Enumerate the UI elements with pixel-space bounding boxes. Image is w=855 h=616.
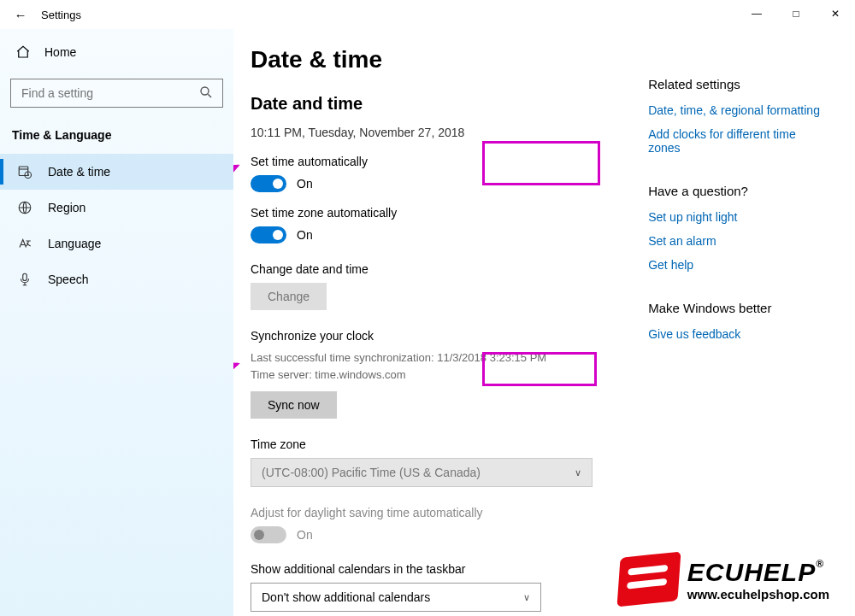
change-button: Change bbox=[251, 283, 327, 310]
timezone-label: Time zone bbox=[251, 437, 597, 451]
svg-line-5 bbox=[233, 166, 238, 200]
maximize-button[interactable]: □ bbox=[776, 0, 816, 27]
link-get-help[interactable]: Get help bbox=[648, 258, 829, 272]
set-time-auto-state: On bbox=[297, 177, 313, 191]
sync-title: Synchronize your clock bbox=[251, 329, 597, 343]
sidebar-item-label: Speech bbox=[48, 273, 88, 286]
set-tz-auto-state: On bbox=[297, 228, 313, 242]
set-tz-auto-toggle[interactable] bbox=[251, 226, 286, 243]
watermark-logo-icon bbox=[616, 552, 681, 607]
setting-sync-clock: Synchronize your clock Last successful t… bbox=[251, 329, 597, 419]
sidebar-home-label: Home bbox=[44, 45, 76, 59]
dst-toggle bbox=[251, 526, 286, 543]
sidebar: Home Time & Language Date & time Region bbox=[0, 29, 233, 616]
page-title: Date & time bbox=[251, 46, 597, 73]
change-date-label: Change date and time bbox=[251, 262, 597, 276]
watermark-url: www.ecuhelpshop.com bbox=[687, 587, 829, 601]
calendar-clock-icon bbox=[17, 164, 36, 179]
dst-state: On bbox=[297, 528, 313, 542]
sync-last: Last successful time synchronization: 11… bbox=[251, 349, 597, 367]
watermark-brand: ECUHELP® bbox=[687, 558, 829, 587]
minimize-button[interactable]: — bbox=[737, 0, 776, 27]
sidebar-item-speech[interactable]: Speech bbox=[0, 261, 233, 297]
right-column: Related settings Date, time, & regional … bbox=[648, 46, 829, 616]
sync-server: Time server: time.windows.com bbox=[251, 367, 597, 384]
title-bar: ← Settings bbox=[0, 0, 855, 29]
set-time-auto-toggle[interactable] bbox=[251, 175, 286, 192]
annotation-arrow-2 bbox=[233, 354, 251, 396]
have-a-question: Have a question? Set up night light Set … bbox=[648, 184, 829, 272]
microphone-icon bbox=[17, 272, 36, 287]
link-set-alarm[interactable]: Set an alarm bbox=[648, 234, 829, 248]
setting-set-time-auto: Set time automatically On bbox=[251, 155, 597, 192]
sidebar-item-date-time[interactable]: Date & time bbox=[0, 154, 233, 190]
sidebar-item-label: Date & time bbox=[48, 165, 110, 179]
sidebar-home[interactable]: Home bbox=[10, 38, 223, 67]
link-feedback[interactable]: Give us feedback bbox=[648, 327, 829, 341]
sidebar-group-header: Time & Language bbox=[10, 123, 223, 154]
search-box[interactable] bbox=[10, 79, 223, 108]
watermark: ECUHELP® www.ecuhelpshop.com bbox=[619, 554, 829, 604]
make-windows-better: Make Windows better Give us feedback bbox=[648, 301, 829, 341]
link-regional-formatting[interactable]: Date, time, & regional formatting bbox=[648, 103, 829, 117]
language-icon bbox=[17, 236, 36, 251]
window-title: Settings bbox=[41, 9, 81, 21]
calendars-select[interactable]: Don't show additional calendars ∨ bbox=[251, 583, 541, 612]
link-night-light[interactable]: Set up night light bbox=[648, 210, 829, 224]
current-datetime: 10:11 PM, Tuesday, November 27, 2018 bbox=[251, 126, 597, 139]
related-title: Related settings bbox=[648, 77, 829, 91]
chevron-down-icon: ∨ bbox=[575, 467, 581, 478]
search-icon bbox=[198, 85, 214, 103]
annotation-arrow-1 bbox=[233, 157, 251, 208]
dst-label: Adjust for daylight saving time automati… bbox=[251, 506, 597, 519]
setting-timezone: Time zone (UTC-08:00) Pacific Time (US &… bbox=[251, 437, 597, 487]
setting-additional-calendars: Show additional calendars in the taskbar… bbox=[251, 562, 597, 612]
main-column: Date & time Date and time 10:11 PM, Tues… bbox=[251, 46, 597, 616]
sidebar-item-region[interactable]: Region bbox=[0, 190, 233, 226]
set-tz-auto-label: Set time zone automatically bbox=[251, 206, 597, 220]
sidebar-item-label: Language bbox=[48, 237, 101, 250]
search-input[interactable] bbox=[20, 85, 198, 101]
close-button[interactable]: ✕ bbox=[816, 0, 855, 27]
calendars-value: Don't show additional calendars bbox=[262, 590, 430, 604]
timezone-value: (UTC-08:00) Pacific Time (US & Canada) bbox=[262, 466, 481, 479]
better-title: Make Windows better bbox=[648, 301, 829, 315]
window-controls: — □ ✕ bbox=[737, 0, 855, 27]
svg-point-0 bbox=[201, 87, 209, 95]
set-time-auto-label: Set time automatically bbox=[251, 155, 597, 168]
nav-list: Date & time Region Language Speech bbox=[0, 154, 233, 297]
home-icon bbox=[15, 44, 34, 60]
setting-dst: Adjust for daylight saving time automati… bbox=[251, 506, 597, 543]
sync-now-button[interactable]: Sync now bbox=[251, 391, 337, 419]
setting-change-datetime: Change date and time Change bbox=[251, 262, 597, 310]
sidebar-item-label: Region bbox=[48, 201, 86, 214]
calendars-label: Show additional calendars in the taskbar bbox=[251, 562, 597, 576]
globe-icon bbox=[17, 200, 36, 215]
svg-line-6 bbox=[233, 364, 238, 388]
related-settings: Related settings Date, time, & regional … bbox=[648, 77, 829, 155]
setting-set-tz-auto: Set time zone automatically On bbox=[251, 206, 597, 243]
question-title: Have a question? bbox=[648, 184, 829, 198]
svg-rect-1 bbox=[19, 167, 28, 176]
sidebar-item-language[interactable]: Language bbox=[0, 226, 233, 261]
link-add-clocks[interactable]: Add clocks for different time zones bbox=[648, 127, 829, 155]
section-date-and-time: Date and time bbox=[251, 94, 597, 114]
timezone-select: (UTC-08:00) Pacific Time (US & Canada) ∨ bbox=[251, 458, 593, 487]
chevron-down-icon: ∨ bbox=[523, 592, 530, 603]
content-area: Date & time Date and time 10:11 PM, Tues… bbox=[233, 29, 855, 616]
back-button[interactable]: ← bbox=[0, 8, 41, 22]
svg-rect-4 bbox=[23, 273, 27, 280]
